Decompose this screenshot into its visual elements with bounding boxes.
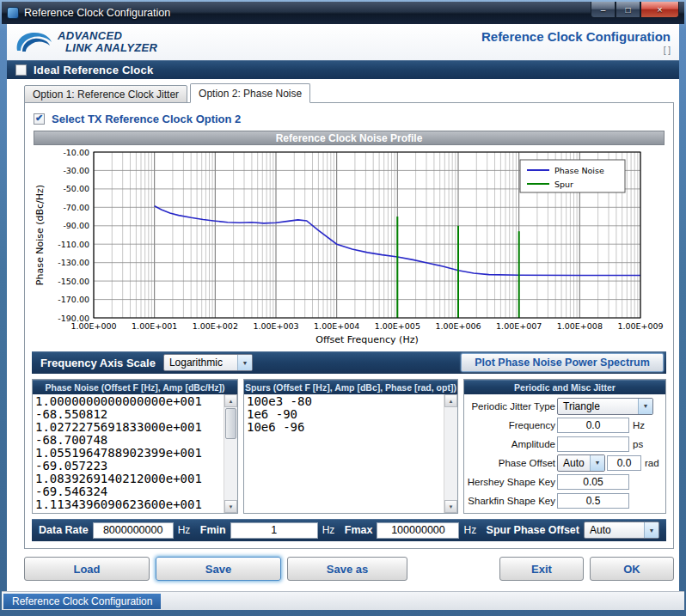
check-icon: ✔ [35,113,43,123]
phase-noise-tab-panel: ✔ Select TX Reference Clock Option 2 Ref… [24,102,674,549]
scroll-down-icon[interactable]: ▼ [444,500,457,513]
amplitude-unit: ps [631,439,643,449]
save-button[interactable]: Save [156,557,281,581]
spurs-list[interactable]: 100e3 -80 1e6 -90 10e6 -96 [244,394,426,434]
svg-text:1.00E+006: 1.00E+006 [435,321,481,331]
svg-text:-110.00: -110.00 [58,240,89,249]
periodic-jitter-type-value: Triangle [558,400,638,412]
sharkfin-shape-key-label: Sharkfin Shape Key [466,496,555,506]
phase-offset-input[interactable] [607,455,641,471]
periodic-jitter-type-select[interactable]: Triangle ▼ [557,398,653,415]
svg-text:1.00E+002: 1.00E+002 [193,321,238,331]
plot-phase-noise-power-spectrum-button[interactable]: Plot Phase Noise Power Spectrum [461,353,664,372]
phase-noise-panel: Phase Noise (Offset F [Hz], Amp [dBc/Hz]… [32,379,238,514]
phase-offset-unit: rad [643,458,659,468]
logo-line2: LINK ANALYZER [65,42,157,54]
svg-text:1.00E+004: 1.00E+004 [314,321,359,331]
scroll-down-icon[interactable]: ▼ [224,500,237,513]
data-rate-label: Data Rate [39,524,89,536]
svg-text:-30.00: -30.00 [63,166,89,175]
fmin-unit: Hz [322,524,335,536]
ok-button[interactable]: OK [590,557,674,581]
rate-settings-bar: Data Rate Hz Fmin Hz Fmax Hz Spur Phase … [32,519,666,541]
amplitude-input[interactable] [557,436,629,452]
frequency-axis-scale-label: Frequency Axis Scale [40,357,156,369]
header-right: Reference Clock Configuration [ ] [481,29,671,55]
ideal-reference-clock-checkbox[interactable] [15,64,27,76]
phase-noise-list[interactable]: 1.0000000000000000e+001 -68.550812 1.027… [33,394,214,513]
titlebar[interactable]: Reference Clock Configuration – □ × [2,2,684,24]
jitter-panel-body: Periodic Jitter Type Triangle ▼ Frequenc… [464,394,665,513]
window-title: Reference Clock Configuration [24,7,170,19]
svg-text:1.00E+008: 1.00E+008 [557,321,603,331]
minimize-icon: – [601,5,606,15]
svg-text:-90.00: -90.00 [63,221,89,230]
ideal-reference-clock-bar: Ideal Reference Clock [7,60,679,79]
sharkfin-shape-key-input[interactable] [557,493,629,509]
svg-text:1.00E+003: 1.00E+003 [253,321,298,331]
app-icon [7,7,19,19]
spur-phase-offset-label: Spur Phase Offset [487,524,579,536]
status-bar: Reference Clock Configuration [2,591,684,610]
jitter-panel-header: Periodic and Misc Jitter [464,380,665,394]
fmax-label: Fmax [345,524,373,536]
header-subtitle: [ ] [481,46,671,55]
close-button[interactable]: × [640,2,679,18]
spur-phase-offset-select[interactable]: Auto ▼ [584,521,659,539]
svg-text:Phase Noise (dBc/Hz): Phase Noise (dBc/Hz) [34,185,46,285]
fmax-input[interactable] [377,522,459,539]
status-badge: Reference Clock Configuration [3,594,161,609]
ideal-reference-clock-label: Ideal Reference Clock [34,64,153,76]
tab-option2-phase-noise[interactable]: Option 2: Phase Noise [190,83,310,103]
chevron-down-icon: ▼ [638,399,652,414]
chevron-down-icon: ▼ [590,455,604,471]
scroll-up-icon[interactable]: ▲ [224,394,237,407]
lower-panels: Phase Noise (Offset F [Hz], Amp [dBc/Hz]… [32,379,666,514]
frequency-axis-scale-value: Logarithmic [164,357,237,369]
select-tx-reference-clock-checkbox[interactable]: ✔ [34,113,45,125]
page-title: Reference Clock Configuration [481,29,671,44]
phase-offset-label: Phase Offset [466,458,555,468]
phase-offset-mode-select[interactable]: Auto ▼ [557,454,605,472]
frequency-label: Frequency [466,420,555,430]
frequency-axis-scale-select[interactable]: Logarithmic ▼ [163,354,253,371]
phase-noise-chart: -10.00-30.00-50.00-70.00-90.00-110.00-13… [32,148,665,349]
chevron-down-icon: ▼ [644,522,658,538]
select-tx-reference-clock-label: Select TX Reference Clock Option 2 [52,113,241,125]
frequency-unit: Hz [631,420,645,430]
data-rate-group: Data Rate Hz [39,522,190,539]
spurs-scrollbar[interactable]: ▲ ▼ [444,394,457,513]
exit-button[interactable]: Exit [499,557,584,581]
scroll-up-icon[interactable]: ▲ [444,394,457,407]
save-as-button[interactable]: Save as [287,557,407,581]
data-rate-input[interactable] [93,522,174,539]
svg-text:-50.00: -50.00 [63,184,89,193]
window-content: ADVANCED LINK ANALYZER Reference Clock C… [7,24,679,591]
amplitude-row: Amplitude ps [466,435,664,453]
fmin-input[interactable] [230,522,318,539]
load-button[interactable]: Load [24,557,150,581]
svg-text:1.00E+001: 1.00E+001 [132,321,177,331]
hershey-shape-key-input[interactable] [557,474,629,490]
minimize-button[interactable]: – [591,2,616,18]
phase-noise-panel-header: Phase Noise (Offset F [Hz], Amp [dBc/Hz]… [33,380,237,394]
logo-text: ADVANCED LINK ANALYZER [58,30,157,54]
spur-phase-offset-value: Auto [585,524,644,536]
tab-option1-reference-clock-jitter[interactable]: Option 1: Reference Clock Jitter [24,85,187,103]
chevron-down-icon: ▼ [237,355,252,370]
frequency-input[interactable] [557,418,629,433]
svg-text:-10.00: -10.00 [63,148,89,157]
hershey-shape-key-row: Hershey Shape Key [466,473,664,491]
fmax-group: Fmax Hz [345,522,476,539]
phase-noise-scrollbar[interactable]: ▲ ▼ [224,394,237,513]
svg-text:Offset Frequency (Hz): Offset Frequency (Hz) [315,334,419,345]
svg-text:1.00E+009: 1.00E+009 [617,321,663,331]
data-rate-unit: Hz [178,524,191,536]
periodic-jitter-type-row: Periodic Jitter Type Triangle ▼ [466,397,664,415]
svg-text:-150.00: -150.00 [58,277,89,286]
svg-text:-170.00: -170.00 [58,295,89,304]
window-controls: – □ × [591,2,679,18]
scrollbar-thumb[interactable] [225,408,236,439]
frequency-axis-bar: Frequency Axis Scale Logarithmic ▼ Plot … [32,351,666,374]
maximize-button[interactable]: □ [616,2,640,18]
